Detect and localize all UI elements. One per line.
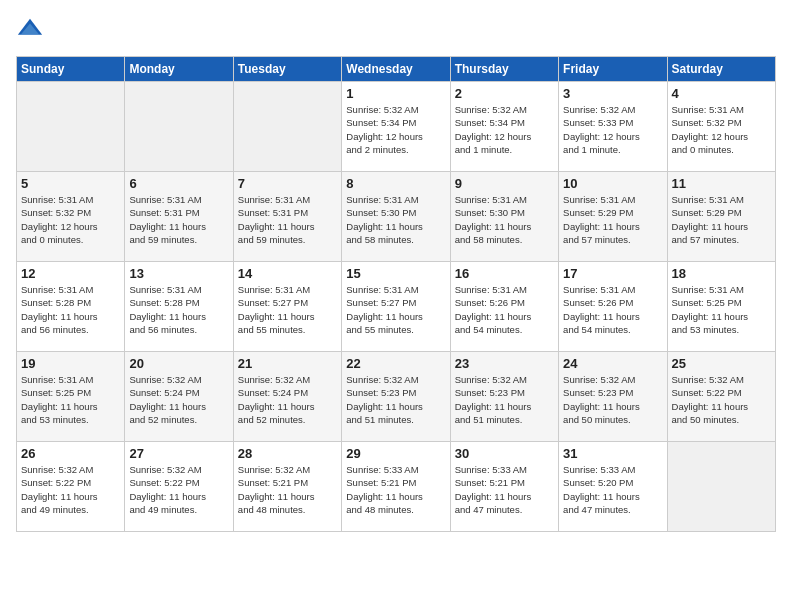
day-number: 19 [21,356,120,371]
day-number: 4 [672,86,771,101]
day-info: Sunrise: 5:31 AM Sunset: 5:32 PM Dayligh… [21,193,120,246]
page-header [16,16,776,44]
calendar-cell: 15Sunrise: 5:31 AM Sunset: 5:27 PM Dayli… [342,262,450,352]
day-info: Sunrise: 5:32 AM Sunset: 5:34 PM Dayligh… [346,103,445,156]
day-info: Sunrise: 5:32 AM Sunset: 5:24 PM Dayligh… [238,373,337,426]
calendar-cell: 19Sunrise: 5:31 AM Sunset: 5:25 PM Dayli… [17,352,125,442]
calendar-week-row: 1Sunrise: 5:32 AM Sunset: 5:34 PM Daylig… [17,82,776,172]
calendar-cell: 3Sunrise: 5:32 AM Sunset: 5:33 PM Daylig… [559,82,667,172]
weekday-header: Sunday [17,57,125,82]
day-info: Sunrise: 5:31 AM Sunset: 5:31 PM Dayligh… [129,193,228,246]
day-info: Sunrise: 5:32 AM Sunset: 5:22 PM Dayligh… [21,463,120,516]
day-number: 16 [455,266,554,281]
calendar-cell: 23Sunrise: 5:32 AM Sunset: 5:23 PM Dayli… [450,352,558,442]
day-number: 12 [21,266,120,281]
day-number: 23 [455,356,554,371]
day-number: 18 [672,266,771,281]
day-info: Sunrise: 5:32 AM Sunset: 5:23 PM Dayligh… [563,373,662,426]
calendar-cell: 21Sunrise: 5:32 AM Sunset: 5:24 PM Dayli… [233,352,341,442]
day-info: Sunrise: 5:32 AM Sunset: 5:22 PM Dayligh… [129,463,228,516]
calendar-week-row: 26Sunrise: 5:32 AM Sunset: 5:22 PM Dayli… [17,442,776,532]
day-info: Sunrise: 5:31 AM Sunset: 5:26 PM Dayligh… [455,283,554,336]
calendar-cell: 31Sunrise: 5:33 AM Sunset: 5:20 PM Dayli… [559,442,667,532]
calendar-week-row: 19Sunrise: 5:31 AM Sunset: 5:25 PM Dayli… [17,352,776,442]
day-number: 24 [563,356,662,371]
calendar-cell: 7Sunrise: 5:31 AM Sunset: 5:31 PM Daylig… [233,172,341,262]
calendar: SundayMondayTuesdayWednesdayThursdayFrid… [16,56,776,532]
day-info: Sunrise: 5:31 AM Sunset: 5:27 PM Dayligh… [238,283,337,336]
day-info: Sunrise: 5:31 AM Sunset: 5:31 PM Dayligh… [238,193,337,246]
calendar-cell: 22Sunrise: 5:32 AM Sunset: 5:23 PM Dayli… [342,352,450,442]
calendar-cell: 25Sunrise: 5:32 AM Sunset: 5:22 PM Dayli… [667,352,775,442]
weekday-header: Monday [125,57,233,82]
day-number: 5 [21,176,120,191]
calendar-cell: 12Sunrise: 5:31 AM Sunset: 5:28 PM Dayli… [17,262,125,352]
calendar-cell: 29Sunrise: 5:33 AM Sunset: 5:21 PM Dayli… [342,442,450,532]
day-info: Sunrise: 5:33 AM Sunset: 5:20 PM Dayligh… [563,463,662,516]
day-number: 29 [346,446,445,461]
calendar-cell: 11Sunrise: 5:31 AM Sunset: 5:29 PM Dayli… [667,172,775,262]
calendar-cell: 1Sunrise: 5:32 AM Sunset: 5:34 PM Daylig… [342,82,450,172]
day-number: 3 [563,86,662,101]
day-number: 2 [455,86,554,101]
day-number: 31 [563,446,662,461]
calendar-cell [667,442,775,532]
calendar-week-row: 5Sunrise: 5:31 AM Sunset: 5:32 PM Daylig… [17,172,776,262]
calendar-cell: 5Sunrise: 5:31 AM Sunset: 5:32 PM Daylig… [17,172,125,262]
calendar-cell: 4Sunrise: 5:31 AM Sunset: 5:32 PM Daylig… [667,82,775,172]
day-number: 9 [455,176,554,191]
day-info: Sunrise: 5:32 AM Sunset: 5:21 PM Dayligh… [238,463,337,516]
day-info: Sunrise: 5:32 AM Sunset: 5:23 PM Dayligh… [346,373,445,426]
day-number: 25 [672,356,771,371]
day-info: Sunrise: 5:33 AM Sunset: 5:21 PM Dayligh… [455,463,554,516]
calendar-cell: 30Sunrise: 5:33 AM Sunset: 5:21 PM Dayli… [450,442,558,532]
day-info: Sunrise: 5:31 AM Sunset: 5:30 PM Dayligh… [346,193,445,246]
day-number: 7 [238,176,337,191]
calendar-header-row: SundayMondayTuesdayWednesdayThursdayFrid… [17,57,776,82]
day-number: 20 [129,356,228,371]
day-number: 17 [563,266,662,281]
calendar-cell: 20Sunrise: 5:32 AM Sunset: 5:24 PM Dayli… [125,352,233,442]
calendar-cell: 17Sunrise: 5:31 AM Sunset: 5:26 PM Dayli… [559,262,667,352]
day-info: Sunrise: 5:32 AM Sunset: 5:34 PM Dayligh… [455,103,554,156]
day-info: Sunrise: 5:31 AM Sunset: 5:26 PM Dayligh… [563,283,662,336]
day-number: 15 [346,266,445,281]
day-number: 8 [346,176,445,191]
day-info: Sunrise: 5:32 AM Sunset: 5:24 PM Dayligh… [129,373,228,426]
calendar-cell: 18Sunrise: 5:31 AM Sunset: 5:25 PM Dayli… [667,262,775,352]
day-info: Sunrise: 5:33 AM Sunset: 5:21 PM Dayligh… [346,463,445,516]
day-info: Sunrise: 5:32 AM Sunset: 5:23 PM Dayligh… [455,373,554,426]
day-number: 6 [129,176,228,191]
logo-icon [16,16,44,44]
calendar-cell: 14Sunrise: 5:31 AM Sunset: 5:27 PM Dayli… [233,262,341,352]
logo [16,16,48,44]
weekday-header: Saturday [667,57,775,82]
day-info: Sunrise: 5:31 AM Sunset: 5:25 PM Dayligh… [21,373,120,426]
calendar-cell [233,82,341,172]
calendar-cell: 6Sunrise: 5:31 AM Sunset: 5:31 PM Daylig… [125,172,233,262]
day-number: 22 [346,356,445,371]
day-info: Sunrise: 5:31 AM Sunset: 5:28 PM Dayligh… [129,283,228,336]
day-info: Sunrise: 5:31 AM Sunset: 5:30 PM Dayligh… [455,193,554,246]
day-number: 26 [21,446,120,461]
day-info: Sunrise: 5:31 AM Sunset: 5:32 PM Dayligh… [672,103,771,156]
calendar-cell: 8Sunrise: 5:31 AM Sunset: 5:30 PM Daylig… [342,172,450,262]
calendar-cell: 2Sunrise: 5:32 AM Sunset: 5:34 PM Daylig… [450,82,558,172]
day-number: 21 [238,356,337,371]
day-number: 27 [129,446,228,461]
weekday-header: Friday [559,57,667,82]
calendar-body: 1Sunrise: 5:32 AM Sunset: 5:34 PM Daylig… [17,82,776,532]
calendar-cell: 26Sunrise: 5:32 AM Sunset: 5:22 PM Dayli… [17,442,125,532]
calendar-cell [17,82,125,172]
calendar-cell: 10Sunrise: 5:31 AM Sunset: 5:29 PM Dayli… [559,172,667,262]
calendar-cell: 28Sunrise: 5:32 AM Sunset: 5:21 PM Dayli… [233,442,341,532]
day-info: Sunrise: 5:31 AM Sunset: 5:27 PM Dayligh… [346,283,445,336]
weekday-header: Tuesday [233,57,341,82]
day-info: Sunrise: 5:31 AM Sunset: 5:28 PM Dayligh… [21,283,120,336]
weekday-header: Wednesday [342,57,450,82]
calendar-cell [125,82,233,172]
calendar-cell: 9Sunrise: 5:31 AM Sunset: 5:30 PM Daylig… [450,172,558,262]
calendar-cell: 13Sunrise: 5:31 AM Sunset: 5:28 PM Dayli… [125,262,233,352]
day-number: 14 [238,266,337,281]
day-number: 10 [563,176,662,191]
